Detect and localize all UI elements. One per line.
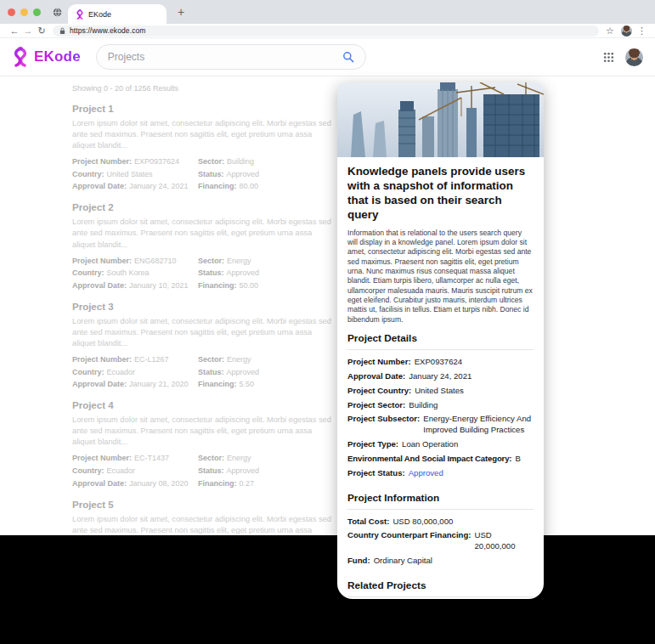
meta-label: Sector:: [198, 355, 224, 364]
detail-label: Approval Date:: [347, 371, 405, 382]
meta-value: United States: [107, 170, 153, 178]
detail-value: January 24, 2021: [409, 371, 471, 382]
ekode-favicon-icon: [76, 9, 84, 20]
meta-label: Financing:: [198, 182, 237, 190]
user-avatar[interactable]: [625, 48, 643, 66]
meta-label: Financing:: [198, 281, 237, 290]
project-result-card: Project 2 Lorem ipsum dolor sit amet, co…: [72, 202, 334, 290]
window-zoom-icon[interactable]: [33, 8, 41, 16]
detail-label: Project Sector:: [347, 400, 405, 411]
meta-value: 5.50: [240, 380, 255, 388]
window-close-icon[interactable]: [8, 8, 15, 16]
project-title[interactable]: Project 3: [72, 302, 334, 312]
project-result-card: Project 4 Lorem ipsum dolor sit amet, co…: [72, 400, 334, 488]
results-count: Showing 0 - 20 of 1256 Results: [72, 84, 334, 93]
meta-label: Approval Date:: [72, 182, 127, 190]
info-label: Country Counterpart Financing:: [347, 530, 471, 552]
meta-value: 80.00: [240, 182, 259, 190]
detail-label: Project Type:: [347, 439, 398, 450]
meta-value: ENG682710: [134, 257, 177, 265]
app-header: EKode: [0, 38, 655, 76]
detail-value: Building: [409, 400, 438, 411]
detail-row: Project Status:Approved: [347, 468, 534, 479]
info-row: Fund:Ordinary Capital: [347, 556, 534, 567]
info-value: Ordinary Capital: [374, 556, 432, 567]
search-input[interactable]: [108, 51, 342, 63]
project-snippet: Lorem ipsum dolor sit amet, consectetur …: [72, 118, 334, 151]
meta-value: Building: [227, 157, 254, 166]
project-information-section: Total Cost:USD 80,000,000 Country Counte…: [347, 510, 534, 573]
forward-icon[interactable]: →: [21, 26, 35, 36]
project-title[interactable]: Project 4: [72, 400, 334, 410]
url-text: https://www.ekode.com: [70, 26, 146, 35]
info-row: Total Cost:USD 80,000,000: [347, 517, 534, 528]
meta-value: Ecuador: [107, 466, 136, 475]
project-details-section: Project Number:EXP0937624 Approval Date:…: [347, 350, 534, 486]
meta-label: Project Number:: [72, 257, 132, 265]
meta-value: South Korea: [107, 268, 150, 277]
project-status-link[interactable]: Approved: [409, 468, 443, 479]
detail-label: Environmental And Social Impact Category…: [347, 454, 511, 465]
ekode-logo[interactable]: EKode: [12, 47, 81, 67]
meta-label: Approval Date:: [72, 380, 127, 388]
url-bar[interactable]: https://www.ekode.com: [53, 25, 599, 37]
search-icon[interactable]: [342, 51, 354, 63]
detail-label: Project Country:: [347, 386, 411, 397]
meta-value: January 21, 2020: [129, 380, 189, 388]
meta-value: Ecuador: [107, 368, 136, 376]
meta-label: Country:: [72, 368, 104, 376]
detail-row: Project Number:EXP0937624: [347, 357, 534, 368]
browser-tab-ekode[interactable]: EKode: [68, 4, 167, 24]
project-snippet: Lorem ipsum dolor sit amet, consectetur …: [72, 316, 334, 349]
window-controls: [8, 8, 41, 16]
meta-value: Energy: [227, 355, 251, 364]
meta-label: Project Number:: [72, 355, 132, 364]
meta-label: Sector:: [198, 257, 224, 265]
search-bar[interactable]: [96, 44, 366, 70]
project-snippet: Lorem ipsum dolor sit amet, consectetur …: [72, 217, 334, 250]
info-label: Fund:: [347, 556, 370, 567]
meta-label: Status:: [198, 368, 224, 376]
back-icon[interactable]: ←: [8, 26, 21, 36]
panel-description: Information that is relational to the us…: [347, 229, 534, 325]
meta-value: January 24, 2021: [129, 182, 189, 190]
apps-grid-icon[interactable]: [603, 52, 614, 63]
window-minimize-icon[interactable]: [20, 8, 28, 16]
meta-label: Country:: [72, 170, 104, 178]
meta-label: Approval Date:: [72, 479, 127, 488]
meta-value: EXP0937624: [134, 157, 179, 166]
section-heading-project-details: Project Details: [347, 332, 534, 350]
project-title[interactable]: Project 2: [72, 202, 334, 212]
meta-value: January 08, 2020: [129, 479, 189, 488]
reload-icon[interactable]: ↻: [35, 26, 48, 36]
meta-value: EC-T1437: [134, 454, 169, 462]
meta-label: Country:: [72, 268, 104, 277]
detail-row: Project Subsector:Energy-Energy Efficien…: [347, 414, 534, 436]
project-title[interactable]: Project 5: [72, 500, 334, 510]
detail-label: Project Subsector:: [347, 414, 420, 436]
project-meta: Project Number:ENG682710 Sector:Energy C…: [72, 256, 334, 291]
meta-value: Approved: [227, 170, 260, 178]
meta-label: Status:: [198, 268, 224, 277]
project-result-card: Project 3 Lorem ipsum dolor sit amet, co…: [72, 302, 334, 389]
project-snippet: Lorem ipsum dolor sit amet, consectetur …: [72, 415, 334, 448]
meta-value: Approved: [227, 368, 260, 376]
bookmark-star-icon[interactable]: ☆: [606, 26, 614, 36]
browser-tab-strip: EKode +: [0, 0, 655, 24]
project-result-card: Project 1 Lorem ipsum dolor sit amet, co…: [72, 104, 334, 191]
detail-row: Environmental And Social Impact Category…: [347, 454, 534, 465]
meta-value: EC-L1267: [134, 355, 169, 364]
meta-value: Approved: [227, 466, 260, 475]
detail-row: Project Sector:Building: [347, 400, 534, 411]
info-row: Country Counterpart Financing:USD 20,000…: [347, 530, 534, 552]
detail-value: Loan Operation: [402, 439, 458, 450]
project-meta: Project Number:EC-L1267 Sector:Energy Co…: [72, 354, 334, 389]
browser-menu-icon[interactable]: ⋮: [637, 26, 647, 36]
project-title[interactable]: Project 1: [72, 104, 334, 114]
detail-row: Project Type:Loan Operation: [347, 439, 534, 450]
browser-avatar[interactable]: [621, 25, 632, 37]
new-tab-icon[interactable]: +: [178, 6, 184, 18]
meta-label: Financing:: [198, 479, 237, 488]
meta-label: Country:: [72, 466, 104, 475]
meta-label: Financing:: [198, 380, 237, 388]
